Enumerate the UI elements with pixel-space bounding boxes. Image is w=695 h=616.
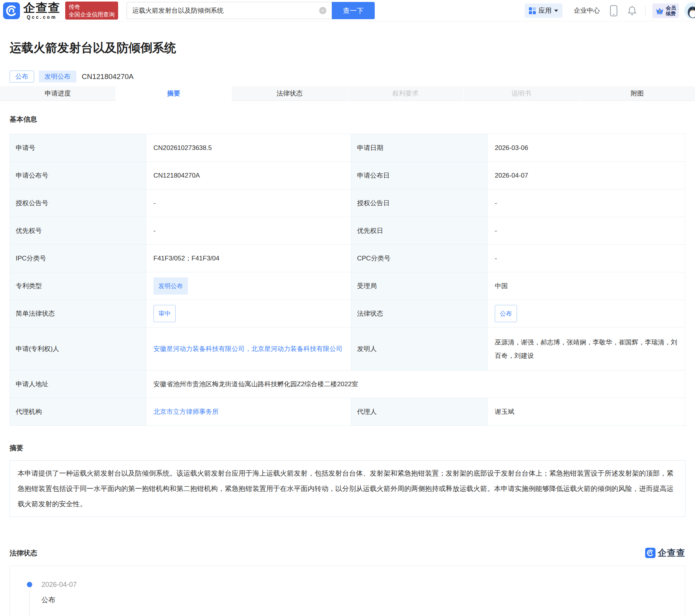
row-label: 优先权号 xyxy=(10,217,146,245)
table-row-ipc-class: IPC分类号 F41F3/052；F41F3/04 CPC分类号 - xyxy=(10,245,685,272)
tab-drawings[interactable]: 附图 xyxy=(580,86,695,101)
table-row-grant-number: 授权公告号 - 授权公告日 - xyxy=(10,189,685,217)
patent-badges: 公布 发明公布 CN121804270A xyxy=(10,71,685,82)
row-label: 受理局 xyxy=(351,272,487,300)
type-badge: 发明公布 xyxy=(39,71,76,82)
agency-link[interactable]: 北京市立方律师事务所 xyxy=(153,408,219,415)
table-row-application-number: 申请号 CN202610273638.5 申请日期 2026-03-06 xyxy=(10,134,685,162)
row-value: 公布 xyxy=(487,300,685,328)
member-label: 会员 续费 xyxy=(666,5,676,16)
tab-bar: 申请进度 摘要 法律状态 权利要求 说明书 附图 xyxy=(0,86,695,101)
row-label: 申请号 xyxy=(10,134,146,162)
abstract-heading: 摘要 xyxy=(10,443,685,453)
row-label: 代理人 xyxy=(351,398,487,426)
row-label: 发明人 xyxy=(351,328,487,371)
row-value: CN121804270A xyxy=(146,162,351,189)
row-value: F41F3/052；F41F3/04 xyxy=(146,245,351,272)
timeline-date: 2026-04-07 xyxy=(41,581,685,589)
row-value: 北京市立方律师事务所 xyxy=(146,398,351,426)
search-bar: 运载火箭发射台以及防倾倒系统 × 查一下 xyxy=(127,2,375,19)
tab-abstract[interactable]: 摘要 xyxy=(116,86,232,101)
enterprise-center-link[interactable]: 企业中心 xyxy=(574,6,600,15)
legal-status-panel: 2026-04-07 公布 xyxy=(10,566,685,616)
legal-status-header: 法律状态 企查查 xyxy=(10,547,685,559)
row-label: IPC分类号 xyxy=(10,245,146,272)
header-right-nav: 应用 企业中心 xyxy=(525,2,695,19)
row-value: 2026-04-07 xyxy=(487,162,685,189)
row-label: 申请人地址 xyxy=(10,371,146,398)
qcc-logo[interactable]: 企查查 Qcc.com 传奇 全国企业信用查询 xyxy=(3,2,118,20)
row-label: 申请(专利权)人 xyxy=(10,328,146,371)
search-value[interactable]: 运载火箭发射台以及防倾倒系统 xyxy=(132,6,319,15)
watermark-brand-text: 企查查 xyxy=(658,547,685,559)
timeline-dot-icon xyxy=(27,582,32,587)
table-row-priority-number: 优先权号 - 优先权日 - xyxy=(10,217,685,245)
row-value: - xyxy=(487,217,685,245)
brand-text: 企查查 Qcc.com xyxy=(23,2,60,20)
search-button[interactable]: 查一下 xyxy=(332,2,375,19)
row-label: 优先权日 xyxy=(351,217,487,245)
timeline-item: 2026-04-07 公布 xyxy=(27,581,685,604)
main-content: 运载火箭发射台以及防倾倒系统 公布 发明公布 CN121804270A 申请进度… xyxy=(0,40,695,616)
member-renew-button[interactable]: 会员 续费 xyxy=(652,3,679,18)
table-row-legal-state: 简单法律状态 审中 法律状态 公布 xyxy=(10,300,685,328)
tagline-line1: 传奇 xyxy=(69,3,115,11)
row-value: 中国 xyxy=(487,272,685,300)
row-value: - xyxy=(146,189,351,217)
basic-info-table: 申请号 CN202610273638.5 申请日期 2026-03-06 申请公… xyxy=(10,134,685,426)
tab-description[interactable]: 说明书 xyxy=(464,86,580,101)
search-input[interactable]: 运载火箭发射台以及防倾倒系统 × xyxy=(127,2,332,19)
qcc-watermark-logo: 企查查 xyxy=(645,547,685,559)
notification-bell-icon[interactable] xyxy=(627,5,637,16)
row-label: 授权公告日 xyxy=(351,189,487,217)
tab-application-progress[interactable]: 申请进度 xyxy=(0,86,116,101)
row-value: - xyxy=(487,189,685,217)
user-avatar[interactable] xyxy=(684,2,695,19)
tagline-line2: 全国企业信用查询 xyxy=(69,11,115,18)
tab-claims[interactable]: 权利要求 xyxy=(348,86,464,101)
agent-value: 谢玉斌 xyxy=(487,398,685,426)
header-divider xyxy=(645,6,646,15)
row-label: 代理机构 xyxy=(10,398,146,426)
row-value: 审中 xyxy=(146,300,351,328)
row-label: 法律状态 xyxy=(351,300,487,328)
apps-menu[interactable]: 应用 xyxy=(525,3,562,18)
row-value: - xyxy=(487,245,685,272)
member-line1: 会员 xyxy=(666,5,676,11)
brand-name: 企查查 xyxy=(23,2,60,14)
qcc-logo-icon xyxy=(645,548,655,558)
brand-tagline-badge: 传奇 全国企业信用查询 xyxy=(65,2,118,20)
table-row-agency: 代理机构 北京市立方律师事务所 代理人 谢玉斌 xyxy=(10,398,685,426)
table-row-publication-number: 申请公布号 CN121804270A 申请公布日 2026-04-07 xyxy=(10,162,685,189)
row-value: 发明公布 xyxy=(146,272,351,300)
row-value: 安徽星河动力装备科技有限公司，北京星河动力装备科技有限公司 xyxy=(146,328,351,371)
tab-legal-status[interactable]: 法律状态 xyxy=(232,86,348,101)
chevron-down-icon xyxy=(554,10,558,12)
patent-type-badge: 发明公布 xyxy=(153,277,188,295)
applicant-link[interactable]: 安徽星河动力装备科技有限公司 xyxy=(153,345,245,352)
address-value: 安徽省池州市贵池区梅龙街道仙寓山路科技孵化园Z2综合楼二楼2022室 xyxy=(146,371,685,398)
table-row-applicant-address: 申请人地址 安徽省池州市贵池区梅龙街道仙寓山路科技孵化园Z2综合楼二楼2022室 xyxy=(10,371,685,398)
table-row-patent-type: 专利类型 发明公布 受理局 中国 xyxy=(10,272,685,300)
simple-legal-status-badge: 审中 xyxy=(153,305,176,322)
mobile-app-icon[interactable] xyxy=(610,5,618,16)
member-line2: 续费 xyxy=(666,11,676,16)
brand-domain: Qcc.com xyxy=(27,15,57,20)
publication-number: CN121804270A xyxy=(82,72,133,81)
row-value: - xyxy=(146,217,351,245)
row-label: 申请日期 xyxy=(351,134,487,162)
row-label: 专利类型 xyxy=(10,272,146,300)
clear-search-icon[interactable]: × xyxy=(319,7,326,14)
basic-info-heading: 基本信息 xyxy=(10,115,685,124)
applicant-separator: ， xyxy=(245,345,251,352)
row-value: 2026-03-06 xyxy=(487,134,685,162)
row-label: 简单法律状态 xyxy=(10,300,146,328)
row-label: 授权公告号 xyxy=(10,189,146,217)
table-row-applicants: 申请(专利权)人 安徽星河动力装备科技有限公司，北京星河动力装备科技有限公司 发… xyxy=(10,328,685,371)
applicant-link[interactable]: 北京星河动力装备科技有限公司 xyxy=(251,345,343,352)
apps-grid-icon xyxy=(529,7,536,14)
row-value: CN202610273638.5 xyxy=(146,134,351,162)
patent-title: 运载火箭发射台以及防倾倒系统 xyxy=(10,40,685,56)
qcc-logo-icon xyxy=(3,2,20,19)
inventors-value: 巫源清，谢强，郝志博，张靖娴，李敬华，崔国辉，李瑞清，刘百奇，刘建设 xyxy=(487,328,685,371)
